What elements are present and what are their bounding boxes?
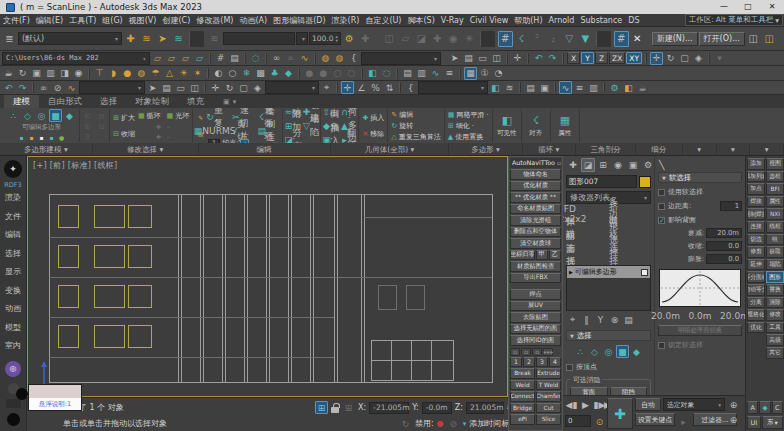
cut-button[interactable]: ∕剪切 [234,124,247,137]
selection-rollout-header[interactable]: ▼ 选择 [566,330,651,341]
viewport-front[interactable]: [+] [前] [标准] [线框] [27,156,508,397]
quick-render-icon[interactable]: ☕ [636,81,649,94]
inset-button[interactable]: ▣插入 · [324,133,337,143]
paint-options-icon[interactable]: ✎ [196,113,205,122]
scene-explorer-toggle-icon[interactable]: ▤ [524,81,537,94]
sphere2-icon[interactable]: ● [317,67,330,80]
snapshot-icon[interactable]: ✳ [462,31,477,47]
cone-light-icon[interactable]: △ [163,67,176,80]
flyout-arrow-icon[interactable]: ▾ [713,52,726,65]
mirror-icon[interactable]: ◧ [366,67,379,80]
sun-icon[interactable]: ☀ [177,67,190,80]
axis-z-button[interactable]: Z [595,52,608,64]
add-icon[interactable]: ✚ [358,31,373,47]
key-mode-icon[interactable]: ⊙ [593,415,606,428]
grid-toggle-icon[interactable]: # [498,31,513,47]
falloff-spinner[interactable]: 20.0m [706,228,742,238]
folder-save-icon[interactable]: ▱ [179,52,192,65]
right-tool-button[interactable]: 延伸 [747,259,765,271]
measure-icon[interactable]: ▤ [228,52,241,65]
mini-id-icon[interactable]: ▫ [510,348,520,356]
utilities-tab[interactable]: ⚙ [641,158,655,172]
visibility-bulb-icon[interactable] [641,269,648,276]
rt-properties-button[interactable]: 属性 [766,196,784,208]
use-displacement-button[interactable]: ▲使用置换 [448,132,489,142]
sphere3-icon[interactable]: ○ [331,67,344,80]
make-unique-icon[interactable]: Y [594,313,607,326]
redo-icon[interactable]: ↷ [16,81,29,94]
books-icon[interactable]: ▥ [44,67,57,80]
umbrella-light-icon[interactable]: ☂ [149,67,162,80]
menu-item[interactable]: 渲染(R) [329,14,363,27]
black-circle-icon[interactable] [7,413,20,426]
by-vertex-checkbox[interactable] [566,364,573,371]
tessellate-button[interactable]: ⊞细化 · [448,121,489,131]
poly-edit-button[interactable]: Extrude [536,368,561,379]
spinner-snap-icon[interactable]: ⇅ [383,81,396,94]
object-name-field[interactable]: 图形007 [566,175,637,188]
brace-icon[interactable]: { [347,52,360,65]
scale-icon[interactable]: ▢ [237,81,250,94]
film-camera-icon[interactable]: ◉ [72,67,85,80]
mirror-icon[interactable]: ◧ [489,81,502,94]
scene-explorer-icon[interactable]: ▤ [401,67,414,80]
sphere4-icon[interactable]: ○ [345,67,358,80]
layer-manager-icon[interactable]: ≣ [2,31,17,47]
panel-box-icon[interactable]: ▫ [557,158,561,168]
preview1-icon[interactable]: ◰ [83,111,92,120]
select-object-icon[interactable]: ➤ [146,81,159,94]
axis-xy-button[interactable]: XY [626,52,642,64]
rt-view-button[interactable]: 视图 [766,158,784,170]
lasso-icon[interactable]: ◌ [380,67,393,80]
named-selection-dropdown[interactable]: ▾ [361,52,441,65]
tab-modeling[interactable]: 建模 [4,95,39,108]
layer-flyout[interactable]: ▾ [296,32,308,45]
loop-button[interactable]: ▦循环 [138,111,161,121]
right-tool-button[interactable]: 规格化 [747,309,765,321]
rt-nxi-button[interactable]: NXI [766,208,784,220]
sidebar-item[interactable]: 编辑 [5,226,21,245]
sidebar-item[interactable]: 渲染 [5,189,21,208]
preview4-icon[interactable]: ◲ [97,121,106,130]
set-key-button[interactable]: 设置关键点 [635,413,675,426]
autonavi-button[interactable]: 选择同ID的面 [510,335,561,346]
footer-triangulation[interactable]: 三角剖分 [576,143,636,155]
rt-advanced-button[interactable]: 高级 [766,334,784,346]
properties-button[interactable]: ▦属性 [551,109,580,142]
select-in-layer-icon[interactable]: ➤ [155,31,170,47]
crossing-icon[interactable]: ◫ [490,52,503,65]
right-tool-button[interactable]: 连接 [747,221,765,233]
sun-positioner-icon[interactable]: ✶ [191,67,204,80]
remove-modifier-icon[interactable]: ⊗ [608,313,621,326]
ribbon-doc-icon[interactable]: ▣ [223,98,230,106]
curve-axis-label[interactable]: 0.0m [694,309,707,322]
play-icon[interactable]: ▶ [579,398,592,411]
menu-item[interactable]: 组(G) [99,14,125,27]
select-by-name-icon[interactable]: ▤ [462,52,475,65]
sub2-icon[interactable]: ₂ [546,31,561,47]
right-tool-button[interactable]: 切边 [747,234,765,246]
selection-region-icon[interactable]: ◌ [249,52,262,65]
material-id-button[interactable]: 1 [510,357,522,368]
visibility-button[interactable]: ◧可见性 [493,109,522,142]
null-icon[interactable]: ⊘ [447,417,460,430]
move-small-icon[interactable]: ✛ [511,52,524,65]
unlink-icon[interactable]: ∞ [284,52,297,65]
layer-explorer-icon[interactable]: ▥ [415,67,428,80]
right-tool-button[interactable]: 自动等分 [747,284,765,296]
viewport-label[interactable]: [+] [前] [标准] [线框] [33,160,117,171]
rt-clear-button[interactable]: 清除 [766,297,784,309]
material-id-button[interactable]: 2 [523,357,535,368]
right-tool-button[interactable]: 加点 [747,183,765,195]
motion-tab[interactable]: ◉ [611,158,625,172]
set-current-layer-icon[interactable]: ≋ [171,31,186,47]
object-color-swatch[interactable] [639,176,651,188]
footer-a-button[interactable]: A [747,401,758,414]
current-frame-field[interactable]: 0 [565,415,591,427]
layer-explorer-toggle-icon[interactable]: ▣ [538,81,551,94]
x-coordinate-field[interactable]: -21.005m [369,402,409,414]
folder-open-icon[interactable]: ▱ [165,52,178,65]
folder-link-icon[interactable]: ▱ [193,52,206,65]
bind-spacewarp-icon[interactable]: ∿ [298,52,311,65]
flip-button[interactable]: ▸翻转 [342,133,355,143]
